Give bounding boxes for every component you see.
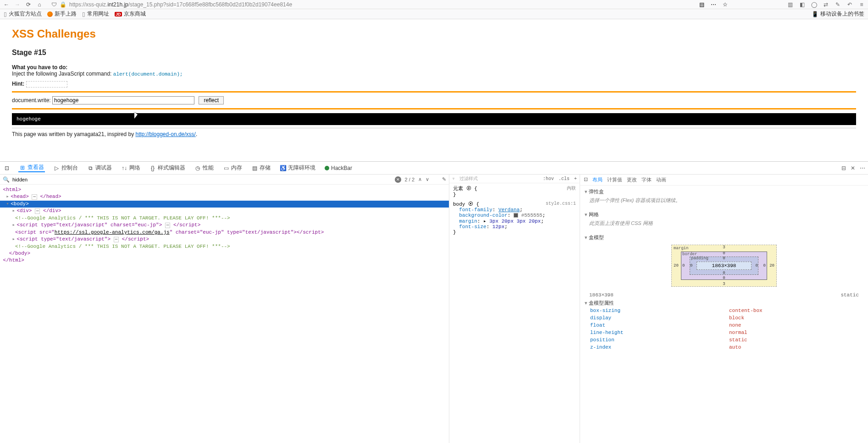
devtools-more-icon[interactable]: ⋯ — [860, 165, 865, 171]
cls-toggle[interactable]: .cls — [558, 176, 569, 181]
history-icon[interactable]: ↶ — [846, 1, 853, 8]
tab-memory[interactable]: ▭内存 — [222, 164, 243, 172]
form-line: document.write: reflect — [12, 96, 856, 104]
inspector-picker-icon[interactable]: ⊡ — [3, 165, 11, 171]
hackbar-icon — [325, 166, 329, 170]
table-row: z-indexauto — [586, 344, 862, 350]
dom-tree[interactable]: <html> ▸<head> ⋯ </head> ▾<body> ▸<div> … — [0, 185, 449, 266]
style-src[interactable]: style.css:1 — [546, 201, 576, 206]
tab-console[interactable]: ▷控制台 — [52, 164, 79, 172]
notes-icon[interactable]: ✎ — [834, 1, 841, 8]
box-props-header[interactable]: 盒模型属性 — [585, 300, 863, 306]
boxmodel-header[interactable]: 盒模型 — [585, 234, 863, 241]
library-icon[interactable]: ▥ — [786, 1, 794, 8]
search-prev-icon[interactable]: ∧ — [418, 176, 422, 182]
color-swatch[interactable] — [514, 213, 518, 218]
subtab-changes[interactable]: 更改 — [627, 176, 637, 183]
search-count: 2 / 2 — [405, 177, 415, 182]
tab-inspector[interactable]: ⊞查看器 — [18, 164, 45, 172]
bookmark-getting-started[interactable]: 新手上路 — [47, 10, 77, 18]
flex-msg: 选择一个弹性 (Flex) 容器或项目以继续。 — [585, 197, 863, 204]
back-button[interactable]: ← — [3, 1, 10, 8]
grid-section: 网格 此页面上没有使用 CSS 网格 — [580, 208, 868, 231]
styles-body-rule[interactable]: style.css:1 body ⦿ { font-family: Verdan… — [449, 199, 580, 237]
mobile-icon: 📱 — [812, 11, 818, 17]
page-actions-icon[interactable]: ⋯ — [711, 1, 716, 8]
footer-pre: This page was written by yamagata21, ins… — [12, 131, 135, 137]
forward-button[interactable]: → — [14, 1, 21, 8]
funnel-icon[interactable]: ▿ — [452, 176, 455, 181]
sidebar-icon[interactable]: ◧ — [798, 1, 806, 8]
tab-debugger[interactable]: ⧉调试器 — [86, 164, 113, 172]
form-label: document.write: — [12, 97, 51, 104]
bookmark-firefox-official[interactable]: ▯火狐官方站点 — [4, 10, 42, 18]
footer-line: This page was written by yamagata21, ins… — [12, 128, 856, 137]
highlight-icon[interactable]: ✎ — [442, 176, 446, 182]
tab-hackbar[interactable]: HackBar — [324, 165, 353, 171]
add-rule-icon[interactable]: + — [574, 176, 577, 181]
menu-icon[interactable]: ≡ — [858, 1, 865, 8]
dom-selected-body: ▾<body> — [0, 201, 449, 208]
box-props-table: box-sizingcontent-box displayblock float… — [585, 306, 863, 351]
todo-block: What you have to do: Inject the followin… — [12, 64, 856, 77]
styles-panel: ▿ 过滤样式 :hov .cls + 内联 元素 ⦿ {} style.css:… — [449, 175, 580, 443]
reflect-button[interactable]: reflect — [199, 96, 224, 104]
dims-line: 1863×398 static — [585, 290, 863, 300]
stage-heading: Stage #15 — [12, 49, 856, 57]
devtools-tabs: ⊡ ⊞查看器 ▷控制台 ⧉调试器 ↑↓网络 {}样式编辑器 ◷性能 ▭内存 ▤存… — [0, 162, 868, 175]
boxmodel-section: 盒模型 margin 3 3 20 20 border 0 0 0 0 — [580, 231, 868, 354]
search-clear-icon[interactable]: ✕ — [395, 176, 401, 183]
folder-icon: ▯ — [82, 11, 85, 17]
url-bar[interactable]: 🛡 🔒 https://xss-quiz.int21h.jp/stage_15.… — [51, 1, 691, 8]
document-write-input[interactable] — [52, 96, 194, 104]
dom-search-input[interactable] — [12, 177, 392, 182]
home-button[interactable]: ⌂ — [36, 1, 43, 8]
box-model-diagram[interactable]: margin 3 3 20 20 border 0 0 0 0 paddin — [671, 245, 777, 287]
tab-storage[interactable]: ▤存储 — [250, 164, 271, 172]
subtab-fonts[interactable]: 字体 — [641, 176, 652, 183]
todo-code: alert(document.domain); — [113, 71, 183, 77]
content-dim: 1863×398 — [697, 262, 752, 270]
bookmark-jd[interactable]: JD京东商城 — [115, 10, 146, 18]
layout-tool-icon[interactable]: ⊡ — [584, 176, 588, 183]
table-row: box-sizingcontent-box — [586, 307, 862, 314]
hov-toggle[interactable]: :hov — [543, 176, 554, 181]
bookmark-common-sites[interactable]: ▯常用网址 — [82, 10, 109, 18]
filter-placeholder[interactable]: 过滤样式 — [459, 175, 478, 182]
selector: body — [453, 202, 465, 207]
toolbar-right-icons: ▥ ◧ ◯ ⇄ ✎ ↶ ≡ — [786, 1, 865, 8]
page-title: XSS Challenges — [12, 27, 856, 40]
bookmark-mobile[interactable]: 📱移动设备上的书签 — [812, 10, 864, 18]
bookmark-star-icon[interactable]: ☆ — [723, 1, 728, 8]
footer-link[interactable]: http://blogged-on.de/xss/ — [135, 131, 195, 137]
styles-element-rule[interactable]: 内联 元素 ⦿ {} — [449, 183, 580, 199]
bookmark-bar: ▯火狐官方站点 新手上路 ▯常用网址 JD京东商城 📱移动设备上的书签 — [0, 9, 868, 19]
layout-panel: ⊡ 布局 计算值 更改 字体 动画 弹性盒 选择一个弹性 (Flex) 容器或项… — [580, 175, 868, 443]
devtools-close-icon[interactable]: ✕ — [851, 165, 855, 171]
todo-label: What you have to do: — [12, 64, 67, 71]
tab-style-editor[interactable]: {}样式编辑器 — [149, 164, 186, 172]
grid-header[interactable]: 网格 — [585, 211, 863, 218]
hint-line: Hint: — [12, 81, 856, 88]
tab-network[interactable]: ↑↓网络 — [120, 164, 141, 172]
account-icon[interactable]: ◯ — [810, 1, 818, 8]
sync-icon[interactable]: ⇄ — [822, 1, 829, 8]
inline-src: 内联 — [567, 185, 576, 191]
tab-a11y[interactable]: ♿无障碍环境 — [279, 164, 316, 172]
devtools-dock-icon[interactable]: ⊟ — [841, 165, 846, 171]
hint-box[interactable] — [26, 81, 67, 88]
lock-icon: ⦿ — [466, 186, 471, 191]
flex-header[interactable]: 弹性盒 — [585, 188, 863, 195]
subtab-anim[interactable]: 动画 — [656, 176, 666, 183]
qr-icon[interactable]: ▤ — [699, 1, 704, 8]
tab-performance[interactable]: ◷性能 — [194, 164, 215, 172]
search-next-icon[interactable]: ∨ — [426, 176, 429, 182]
folder-icon: ▯ — [4, 11, 7, 17]
flex-section: 弹性盒 选择一个弹性 (Flex) 容器或项目以继续。 — [580, 186, 868, 208]
subtab-layout[interactable]: 布局 — [592, 176, 603, 183]
dom-search-bar: 🔍 ✕ 2 / 2 ∧ ∨ ✎ — [0, 175, 449, 185]
url-text: https://xss-quiz.int21h.jp/stage_15.php?… — [69, 1, 292, 8]
firefox-icon — [47, 11, 53, 17]
reload-button[interactable]: ⟳ — [25, 1, 32, 8]
subtab-computed[interactable]: 计算值 — [607, 176, 622, 183]
